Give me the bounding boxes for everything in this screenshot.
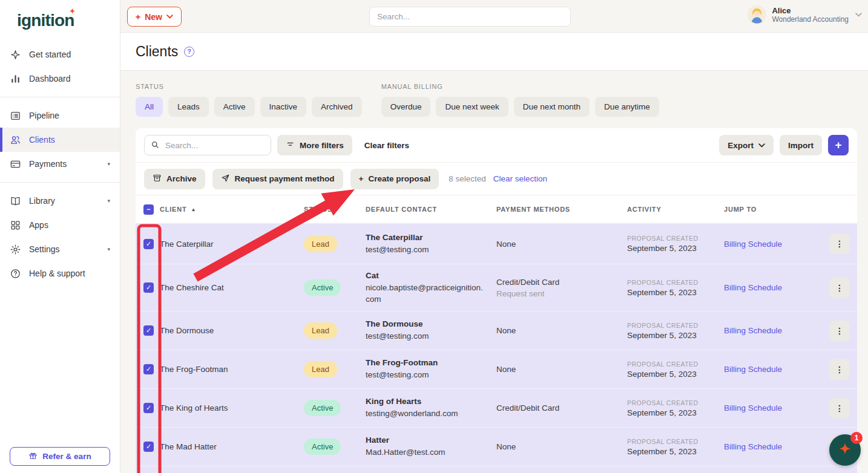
table-row[interactable]: ✓ The King of Hearts Active King of Hear… (136, 389, 857, 428)
manual-billing-filter-chip[interactable]: Due next month (514, 97, 590, 117)
manual-billing-filter-chip[interactable]: Overdue (381, 97, 431, 117)
status-filter-chip[interactable]: Inactive (260, 97, 307, 117)
archive-label: Archive (166, 174, 197, 183)
billing-schedule-link[interactable]: Billing Schedule (724, 283, 824, 292)
payment-method: Credit/Debit Card (496, 278, 627, 287)
refer-earn-button[interactable]: Refer & earn (10, 447, 110, 466)
payment-method: None (496, 326, 627, 335)
column-header-status[interactable]: STATUS (304, 206, 366, 213)
chevron-down-icon: ▾ (107, 161, 110, 167)
manual-billing-filter-chip[interactable]: Due anytime (595, 97, 659, 117)
more-filters-button[interactable]: More filters (277, 135, 352, 155)
column-header-client[interactable]: CLIENT ▲ (160, 206, 304, 213)
credit-card-icon (10, 158, 21, 170)
status-badge: Lead (304, 322, 337, 339)
question-glyph: ? (188, 48, 191, 55)
status-filter-group: STATUS All Leads Active Inactive Archive… (136, 83, 362, 117)
billing-schedule-link[interactable]: Billing Schedule (724, 403, 824, 413)
status-filter-chip[interactable]: Leads (168, 97, 209, 117)
table-row[interactable]: ✓ The Dormouse Lead The Dormouse test@te… (136, 312, 857, 350)
archive-button[interactable]: Archive (144, 169, 205, 189)
logo-text: ignition (17, 11, 74, 30)
row-checkbox[interactable]: ✓ (143, 239, 154, 249)
selected-count: 8 selected (449, 174, 486, 183)
chevron-down-icon (166, 15, 173, 19)
row-actions-menu-button[interactable]: ⋮ (829, 321, 850, 341)
page-help-icon[interactable]: ? (184, 47, 194, 57)
status-filter-chip[interactable]: All (136, 97, 163, 117)
row-checkbox[interactable]: ✓ (143, 325, 154, 336)
status-filter-chip[interactable]: Active (214, 97, 255, 117)
create-proposal-button[interactable]: + Create proposal (350, 169, 439, 189)
create-proposal-label: Create proposal (368, 174, 430, 183)
sidebar-item-pipeline[interactable]: Pipeline (0, 103, 120, 128)
status-badge: Active (304, 279, 341, 296)
import-button[interactable]: Import (780, 135, 822, 155)
global-search-input[interactable] (369, 7, 571, 27)
sidebar-item-settings[interactable]: Settings ▾ (0, 237, 120, 261)
check-glyph: ✓ (146, 327, 151, 334)
contact-email: Mad.Hatter@test.com (366, 446, 496, 458)
contact-name: Hatter (366, 435, 496, 445)
check-glyph: ✓ (146, 443, 151, 450)
sidebar-item-label: Library (29, 196, 55, 206)
select-all-checkbox[interactable]: − (143, 204, 154, 215)
kebab-icon: ⋮ (835, 365, 844, 374)
row-checkbox[interactable]: ✓ (143, 282, 154, 293)
sidebar-item-apps[interactable]: Apps (0, 213, 120, 237)
manual-billing-filter-label: MANUAL BILLING (381, 83, 659, 90)
table-row[interactable]: ✓ The Caterpillar Lead The Caterpillar t… (136, 224, 857, 264)
column-header-activity[interactable]: ACTIVITY (627, 206, 724, 213)
client-name: The Dormouse (160, 326, 304, 335)
contact-name: Cat (366, 271, 496, 280)
help-widget-button[interactable]: 1 (829, 434, 861, 466)
manual-billing-filter-chip[interactable]: Due next week (436, 97, 508, 117)
billing-schedule-link[interactable]: Billing Schedule (724, 240, 824, 249)
toolbar-right: Export Import + (719, 135, 849, 155)
plus-icon: + (359, 174, 364, 183)
sidebar-item-library[interactable]: Library ▾ (0, 189, 120, 213)
row-actions-menu-button[interactable]: ⋮ (829, 398, 850, 419)
sidebar-item-help-support[interactable]: Help & support (0, 261, 120, 285)
new-button-label: New (145, 12, 162, 22)
row-checkbox[interactable]: ✓ (143, 403, 154, 413)
contact-name: The Dormouse (366, 319, 496, 328)
contact-name: The Frog-Footman (366, 358, 496, 367)
gear-icon (10, 244, 21, 255)
column-header-payment-methods[interactable]: PAYMENT METHODS (496, 206, 627, 213)
kebab-icon: ⋮ (835, 283, 844, 293)
table-search-input[interactable] (144, 135, 271, 155)
row-checkbox[interactable]: ✓ (143, 364, 154, 374)
users-icon (10, 134, 21, 146)
add-client-button[interactable]: + (828, 135, 849, 155)
indeterminate-glyph: − (146, 206, 150, 213)
search-icon (150, 140, 160, 152)
row-checkbox[interactable]: ✓ (143, 442, 154, 452)
billing-schedule-link[interactable]: Billing Schedule (724, 326, 824, 335)
billing-schedule-link[interactable]: Billing Schedule (724, 365, 824, 374)
clear-filters-button[interactable]: Clear filters (364, 141, 409, 150)
refer-earn-label: Refer & earn (42, 452, 91, 461)
table-row[interactable]: ✓ The Mad Hatter Active Hatter Mad.Hatte… (136, 428, 857, 466)
row-actions-menu-button[interactable]: ⋮ (829, 359, 850, 380)
new-button[interactable]: + New (127, 7, 182, 27)
sidebar-item-clients[interactable]: Clients (0, 128, 120, 152)
table-row[interactable]: ✓ The Frog-Footman Lead The Frog-Footman… (136, 350, 857, 389)
help-circle-icon (10, 268, 21, 279)
app-logo[interactable]: ignition (0, 0, 120, 39)
row-actions-menu-button[interactable]: ⋮ (829, 278, 850, 298)
row-actions-menu-button[interactable]: ⋮ (829, 233, 850, 254)
column-header-default-contact[interactable]: DEFAULT CONTACT (366, 206, 496, 213)
payment-method: Credit/Debit Card (496, 403, 627, 413)
billing-schedule-link[interactable]: Billing Schedule (724, 442, 824, 451)
sidebar-item-dashboard[interactable]: Dashboard (0, 67, 120, 91)
sidebar-item-payments[interactable]: Payments ▾ (0, 152, 120, 176)
export-button[interactable]: Export (719, 135, 774, 155)
clear-selection-button[interactable]: Clear selection (493, 174, 547, 183)
sidebar-item-get-started[interactable]: Get started (0, 42, 120, 67)
account-menu[interactable]: Alice Wonderland Accounting (748, 5, 862, 24)
column-header-jump-to[interactable]: JUMP TO (724, 206, 824, 213)
request-payment-method-button[interactable]: Request payment method (212, 169, 343, 189)
table-row[interactable]: ✓ The Cheshire Cat Active Cat nicole.bap… (136, 264, 857, 312)
status-filter-chip[interactable]: Archived (312, 97, 362, 117)
